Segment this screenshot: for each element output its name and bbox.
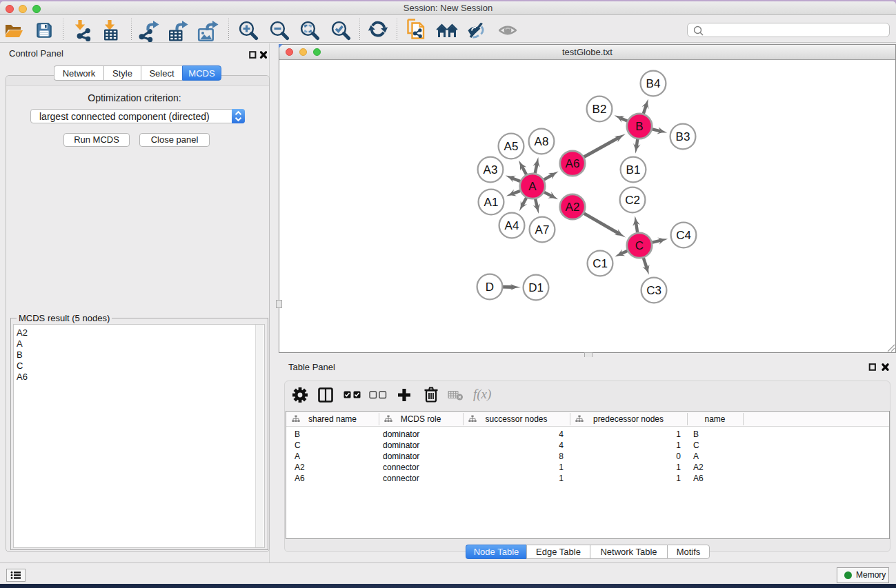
svg-text:A8: A8: [535, 135, 549, 148]
svg-text:D1: D1: [528, 281, 544, 294]
svg-text:A7: A7: [535, 223, 550, 236]
svg-text:C: C: [635, 239, 644, 252]
svg-text:A2: A2: [566, 201, 580, 214]
svg-text:A6: A6: [566, 157, 580, 170]
svg-text:B1: B1: [626, 163, 641, 176]
svg-text:C4: C4: [676, 229, 691, 242]
svg-text:A5: A5: [504, 140, 519, 153]
svg-text:B3: B3: [676, 130, 690, 143]
svg-text:D: D: [486, 281, 494, 294]
svg-text:B2: B2: [593, 103, 607, 116]
svg-text:A1: A1: [484, 196, 499, 209]
svg-text:A4: A4: [505, 219, 519, 232]
svg-text:C3: C3: [646, 284, 661, 297]
svg-text:A: A: [528, 180, 537, 193]
svg-text:C1: C1: [593, 257, 608, 270]
svg-text:C2: C2: [625, 194, 640, 207]
svg-text:B: B: [635, 120, 643, 133]
svg-text:B4: B4: [646, 77, 661, 90]
svg-text:A3: A3: [484, 163, 498, 176]
